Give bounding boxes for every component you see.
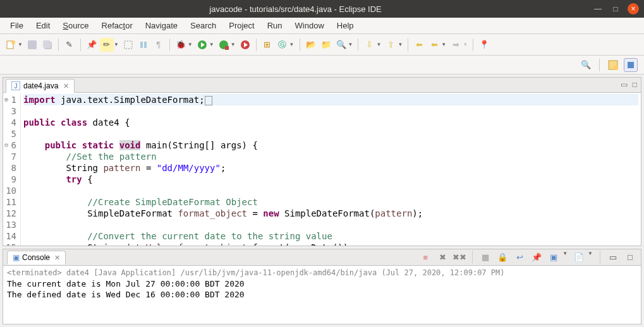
open-console-icon[interactable]: 📄 [572, 251, 586, 265]
open-perspective-icon[interactable] [606, 58, 620, 72]
debug-icon[interactable]: 🐞 [174, 38, 188, 52]
code-area[interactable]: import java.text.SimpleDateFormat; publi… [21, 93, 641, 246]
dropdown-icon[interactable]: ▼ [562, 251, 568, 265]
new-class-icon[interactable]: Ⓖ [276, 38, 289, 52]
menu-window[interactable]: Window [289, 19, 331, 32]
wand-icon[interactable]: ✎ [63, 38, 76, 52]
minimize-pane-icon[interactable]: ▭ [621, 80, 628, 89]
prev-annotation-icon[interactable]: ⇧ [384, 38, 398, 52]
console-status: <terminated> date4 [Java Application] /u… [7, 267, 637, 278]
java-file-icon: J [11, 81, 20, 90]
svg-rect-10 [225, 46, 229, 50]
svg-rect-7 [144, 42, 147, 48]
tab-close-icon[interactable]: ✕ [63, 82, 69, 90]
console-tab[interactable]: ▣ Console ✕ [7, 251, 66, 265]
search-icon[interactable]: 🔍 [334, 38, 348, 52]
word-wrap-icon[interactable]: ↩ [513, 251, 526, 265]
terminate-icon[interactable]: ■ [418, 251, 432, 265]
dropdown-icon[interactable]: ▼ [231, 42, 236, 47]
highlight-icon[interactable]: ✏ [100, 38, 114, 52]
editor-tab-label: date4.java [23, 81, 58, 90]
dropdown-icon[interactable]: ▼ [289, 42, 295, 47]
svg-rect-6 [140, 42, 143, 48]
java-perspective-icon[interactable] [624, 58, 638, 72]
save-all-icon[interactable] [40, 38, 54, 52]
dropdown-icon[interactable]: ▼ [588, 251, 593, 265]
display-console-icon[interactable]: ▣ [547, 251, 561, 265]
remove-launch-icon[interactable]: ✖ [435, 251, 449, 265]
menu-search[interactable]: Search [184, 19, 222, 32]
titlebar: javacode - tutorials/src/date4.java - Ec… [0, 0, 644, 18]
code-editor[interactable]: 1⊕3456⊖789101112131415 import java.text.… [3, 93, 641, 246]
main-toolbar: ▼ ✎ 📌 ✏ ▼ ¶ 🐞▼ ▼ ▼ ⊞ Ⓖ▼ 📂 📁 🔍▼ ⇩▼ ⇧▼ ⬅ ⬅… [0, 34, 644, 56]
open-type-icon[interactable]: 📂 [304, 38, 318, 52]
pin-editor-icon[interactable]: 📍 [477, 38, 491, 52]
coverage-icon[interactable] [217, 38, 231, 52]
menu-project[interactable]: Project [222, 19, 260, 32]
dropdown-icon[interactable]: ▼ [209, 42, 214, 47]
svg-rect-2 [28, 40, 37, 49]
editor-tabbar: J date4.java ✕ ▭ □ [3, 78, 641, 93]
block-select-icon[interactable] [121, 38, 135, 52]
menu-refactor[interactable]: Refactor [95, 19, 139, 32]
show-whitespace-icon[interactable] [137, 38, 150, 52]
dropdown-icon[interactable]: ▼ [114, 42, 119, 47]
console-line: The current date is Mon Jul 27 00:00:00 … [7, 278, 637, 289]
console-toolbar: ■ ✖ ✖✖ ▦ 🔒 ↩ 📌 ▣▼ 📄▼ ▭ □ [418, 251, 637, 265]
pin-icon[interactable]: 📌 [85, 38, 99, 52]
svg-rect-14 [628, 62, 634, 68]
menu-edit[interactable]: Edit [30, 19, 56, 32]
tab-close-icon[interactable]: ✕ [54, 254, 60, 262]
menubar: File Edit Source Refactor Navigate Searc… [0, 18, 644, 34]
menu-run[interactable]: Run [261, 19, 289, 32]
menu-help[interactable]: Help [331, 19, 360, 32]
editor-pane: J date4.java ✕ ▭ □ 1⊕3456⊖78910111213141… [3, 77, 641, 246]
maximize-console-icon[interactable]: □ [623, 251, 637, 265]
dropdown-icon[interactable]: ▼ [398, 42, 403, 47]
svg-rect-13 [614, 66, 618, 70]
run-last-icon[interactable] [238, 38, 252, 52]
menu-file[interactable]: File [4, 19, 30, 32]
console-icon: ▣ [13, 253, 20, 262]
console-pane: ▣ Console ✕ ■ ✖ ✖✖ ▦ 🔒 ↩ 📌 ▣▼ 📄▼ ▭ □ <te… [3, 249, 641, 324]
new-package-icon[interactable]: ⊞ [260, 38, 274, 52]
console-tab-label: Console [22, 253, 50, 262]
paragraph-icon[interactable]: ¶ [152, 38, 166, 52]
minimize-console-icon[interactable]: ▭ [606, 251, 620, 265]
console-header: ▣ Console ✕ ■ ✖ ✖✖ ▦ 🔒 ↩ 📌 ▣▼ 📄▼ ▭ □ [3, 249, 641, 266]
maximize-button[interactable]: □ [610, 3, 621, 15]
dropdown-icon[interactable]: ▼ [348, 42, 353, 47]
forward-icon[interactable]: ➡ [449, 38, 463, 52]
next-annotation-icon[interactable]: ⇩ [362, 38, 376, 52]
dropdown-icon[interactable]: ▼ [188, 42, 193, 47]
line-gutter: 1⊕3456⊖789101112131415 [3, 93, 21, 246]
window-title: javacode - tutorials/src/date4.java - Ec… [5, 4, 586, 14]
dropdown-icon[interactable]: ▼ [376, 42, 381, 47]
svg-point-1 [11, 40, 15, 44]
pin-console-icon[interactable]: 📌 [530, 251, 544, 265]
back-icon[interactable]: ⬅ [427, 38, 441, 52]
minimize-button[interactable]: — [592, 3, 604, 15]
maximize-pane-icon[interactable]: □ [633, 80, 637, 89]
menu-source[interactable]: Source [56, 19, 95, 32]
menu-navigate[interactable]: Navigate [139, 19, 184, 32]
perspective-toolbar: 🔍 [0, 56, 644, 74]
svg-rect-5 [125, 41, 132, 49]
save-icon[interactable] [25, 38, 39, 52]
console-output[interactable]: <terminated> date4 [Java Application] /u… [3, 266, 641, 324]
dropdown-icon[interactable]: ▼ [18, 42, 23, 47]
svg-rect-4 [43, 40, 51, 48]
clear-console-icon[interactable]: ▦ [478, 251, 492, 265]
run-icon[interactable] [195, 38, 209, 52]
dropdown-icon[interactable]: ▼ [441, 42, 446, 47]
last-edit-icon[interactable]: ⬅ [412, 38, 426, 52]
dropdown-icon[interactable]: ▼ [463, 42, 468, 47]
new-icon[interactable] [4, 38, 18, 52]
console-line: The defined date is Wed Dec 16 00:00:00 … [7, 289, 637, 300]
remove-all-icon[interactable]: ✖✖ [453, 251, 466, 265]
search-access-icon[interactable]: 🔍 [579, 58, 593, 72]
editor-tab[interactable]: J date4.java ✕ [6, 79, 75, 93]
open-task-icon[interactable]: 📁 [319, 38, 333, 52]
close-button[interactable]: × [628, 3, 639, 15]
scroll-lock-icon[interactable]: 🔒 [495, 251, 509, 265]
